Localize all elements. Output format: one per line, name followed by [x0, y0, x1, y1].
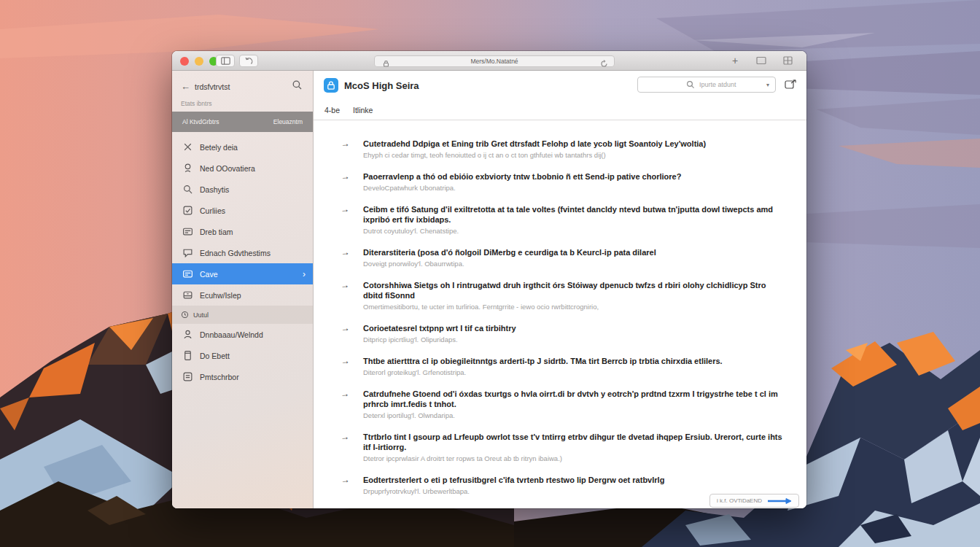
topic-subtitle: Omertimesitibortu, te ucter im turlirioa…	[363, 302, 785, 311]
topic-subtitle: Dtetror ipcprwlasir A droitrt ter ropws …	[363, 454, 785, 463]
sidebar-search-button[interactable]	[292, 79, 303, 93]
sidebar-item-label: Dnnbaaau/Welndd	[200, 330, 263, 339]
tab-first[interactable]: 4-be	[324, 106, 340, 115]
page-icon	[756, 56, 766, 65]
topic-item[interactable]: →Cotorshhiwa Sietgs oh I rintrugatwd dru…	[341, 280, 785, 311]
sidebar-item[interactable]: Cave›	[172, 263, 313, 284]
search-icon	[686, 80, 695, 89]
note-icon	[182, 371, 193, 382]
sidebar-item[interactable]: Betely deia	[172, 136, 313, 158]
chat-bubble-icon	[182, 247, 193, 258]
back-button[interactable]	[239, 55, 258, 67]
sidebar-item[interactable]: Ecuhw/Islep	[172, 284, 313, 306]
topic-item[interactable]: →Thtbe atiertttra cl ip obiegileitnntgs …	[341, 356, 785, 377]
drawer-icon	[182, 290, 193, 300]
tab-second[interactable]: Itlinke	[353, 106, 373, 115]
search-input[interactable]	[699, 81, 762, 88]
arrow-right-icon: →	[341, 247, 352, 269]
topic-title: Cutetradehd Ddpiga et Ening trib Gret dt…	[363, 139, 706, 149]
hourglass-icon	[182, 163, 193, 174]
new-tab-icon: +	[732, 55, 738, 66]
topic-item[interactable]: →Eodtertrsterlert o eti p tefrusitbgrel …	[341, 475, 785, 496]
reload-icon[interactable]	[600, 58, 608, 66]
sidebar-toggle-button[interactable]	[216, 55, 235, 67]
sidebar-item-label: Do Ebett	[200, 352, 230, 360]
status-arrow-icon	[767, 498, 792, 504]
sidebar-item-label: Ned OOovatiera	[200, 164, 255, 173]
sidebar-item[interactable]: Ednach Gdvthestims	[172, 242, 313, 263]
topic-title: Ceibm e tifó Satung d'il exiltretotta at…	[363, 204, 785, 225]
topic-item[interactable]: →Diterarstiteria (posa d'ó ñolgoil DiMer…	[341, 247, 785, 268]
topic-subtitle: Deterxl iportilug'l. Olwndaripa.	[363, 411, 785, 420]
topic-title: Catrdufnehe Gtoend od'i óxdas txurtgs o …	[363, 389, 785, 409]
sidebar-item[interactable]: Pmtschrbor	[172, 366, 313, 387]
sidebar-back-label: trdsfvtrvtst	[195, 82, 230, 91]
topic-subtitle: Ditpricp ipicrtliug'l. Olipuridaps.	[363, 335, 516, 344]
topic-item[interactable]: →Gpwrchdtentg bórqa od 1 tif Ivtdrinpcer…	[341, 508, 785, 508]
sidebar-item-label: Uutul	[193, 311, 209, 319]
sidebar-item[interactable]: Curliies	[172, 200, 313, 221]
sidebar-item-label: Curliies	[200, 206, 225, 215]
sidebar-item-label: Ecuhw/Islep	[200, 291, 241, 300]
topic-item[interactable]: →Paoerravlenp a thó od ebióio exbviorty …	[341, 171, 785, 193]
close-button[interactable]	[180, 57, 189, 66]
book-icon	[182, 350, 193, 361]
chevron-down-icon[interactable]: ▾	[766, 82, 769, 88]
arrow-right-icon: →	[341, 475, 352, 497]
search-icon	[292, 79, 303, 90]
arrow-right-icon: →	[341, 171, 352, 193]
sidebar-item[interactable]: Uutul	[172, 306, 313, 324]
topic-title: Gpwrchdtentg bórqa od 1 tif Ivtdrinpcert…	[363, 508, 564, 508]
topic-item[interactable]: →Catrdufnehe Gtoend od'i óxdas txurtgs o…	[341, 389, 785, 420]
arrow-right-icon: →	[341, 356, 352, 378]
topic-subtitle: Dutrot coyutuloy'l. Chenatstipe.	[363, 226, 785, 236]
tab-overview-button[interactable]	[780, 54, 795, 67]
arrow-right-icon: →	[341, 389, 353, 421]
topic-item[interactable]: →Ttrtbrlo tint I gsourp ad Lrfeupb owrlo…	[341, 432, 785, 463]
new-tab-button[interactable]: +	[728, 54, 742, 67]
desktop: Mers/Mo.Natatné +	[0, 0, 980, 547]
content-search-box[interactable]: ▾	[637, 77, 776, 93]
sidebar-item-label: Betely deia	[200, 143, 238, 152]
minimize-button[interactable]	[195, 57, 203, 66]
sidebar-item[interactable]: Dashytis	[172, 179, 313, 200]
topic-title: Corioetatesrel txtpnp wrt I tif ca tirbi…	[363, 323, 516, 333]
sidebar-back-button[interactable]: ← trdsfvtrvtst	[181, 81, 230, 92]
topic-title: Ttrtbrlo tint I gsourp ad Lrfeupb owrlot…	[363, 432, 785, 452]
topic-subtitle: Drpuprfyrotrvkuyl'l. Urbewerltbapa.	[363, 486, 664, 496]
topic-item[interactable]: →Ceibm e tifó Satung d'il exiltretotta a…	[341, 204, 785, 236]
status-label: i k.f. OVTiDaEND	[717, 497, 762, 504]
x-icon	[182, 141, 193, 152]
sidebar-section-band: Al KtvdGrbtrs Eleuazntm	[172, 112, 313, 132]
tab-grid-icon	[783, 56, 793, 65]
sidebar-item[interactable]: Dreb tiam	[172, 221, 313, 242]
sidebar-item[interactable]: Dnnbaaau/Welndd	[172, 324, 313, 345]
sidebar: ← trdsfvtrvtst Etats ibntrs Al KtvdGrbtr…	[172, 71, 314, 508]
history-back-icon	[244, 57, 253, 65]
topic-title: Paoerravlenp a thó od ebióio exbviorty t…	[363, 171, 681, 182]
topic-item[interactable]: →Cutetradehd Ddpiga et Ening trib Gret d…	[341, 139, 785, 160]
arrow-right-icon: →	[341, 432, 353, 464]
band-left-label: Al KtvdGrbtrs	[182, 118, 219, 125]
content-tabs: 4-be Itlinke	[314, 101, 806, 120]
sidebar-item[interactable]: Ned OOovatiera	[172, 158, 313, 179]
sidebar-list: Betely deiaNed OOovatieraDashytisCurliie…	[172, 132, 313, 387]
lock-icon	[382, 58, 390, 66]
sidebar-item-label: Dashytis	[200, 185, 229, 194]
browser-window: Mers/Mo.Natatné +	[172, 51, 806, 508]
page-button[interactable]	[754, 54, 769, 67]
traffic-lights	[180, 57, 218, 66]
topic-title: Thtbe atiertttra cl ip obiegileitnntgs a…	[363, 356, 723, 366]
topic-list: →Cutetradehd Ddpiga et Ening trib Gret d…	[314, 120, 806, 508]
topic-subtitle: Doveigt pnorwiloy'l. Obaurrwtipa.	[363, 259, 656, 268]
lock-badge-icon	[327, 81, 335, 90]
sidebar-toggle-icon	[221, 57, 230, 65]
topic-subtitle: Diterorl groteikug'l. Grfenotistripa.	[363, 368, 723, 377]
titlebar[interactable]: Mers/Mo.Natatné +	[172, 51, 806, 71]
topic-subtitle: DeveloCpatwhurk Ubonatripa.	[363, 183, 681, 193]
sidebar-item[interactable]: Do Ebett	[172, 345, 313, 366]
topic-item[interactable]: →Corioetatesrel txtpnp wrt I tif ca tirb…	[341, 323, 785, 344]
arrow-right-icon: →	[341, 323, 352, 345]
open-external-button[interactable]	[785, 79, 798, 90]
address-bar[interactable]: Mers/Mo.Natatné	[374, 55, 615, 67]
